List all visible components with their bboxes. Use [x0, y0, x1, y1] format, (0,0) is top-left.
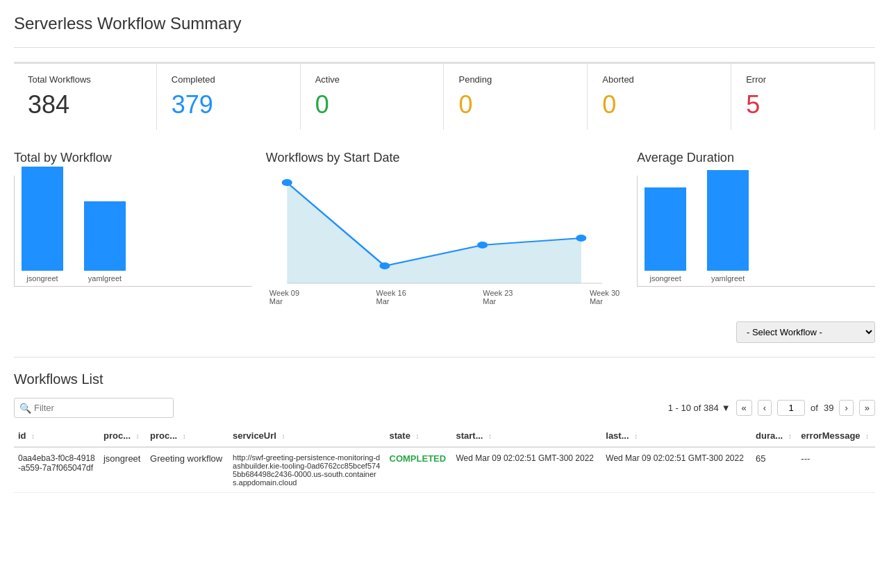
card-label-active: Active — [315, 74, 430, 85]
card-label-error: Error — [746, 74, 861, 85]
bar-label-jsongreet: jsongreet — [26, 274, 58, 283]
workflows-list-section: Workflows List 🔍 1 - 10 of 384 ▼ « ‹ of … — [14, 371, 875, 493]
sort-icon-serviceUrl: ↕ — [282, 432, 285, 440]
card-value-pending: 0 — [458, 90, 573, 119]
col-header-dura[interactable]: dura... ↕ — [751, 425, 797, 447]
page-range: 1 - 10 of 384 ▼ — [668, 403, 731, 413]
total-by-workflow-chart: Total by Workflow jsongreet yamlgreet — [14, 151, 252, 287]
page-number-input[interactable] — [777, 400, 805, 416]
of-label: of — [811, 403, 818, 413]
avg-bar-label-jsongreet: jsongreet — [650, 274, 681, 283]
table-body: 0aa4eba3-f0c8-4918-a559-7a7f065047df jso… — [14, 447, 875, 493]
bar-group-jsongreet: jsongreet — [22, 167, 63, 283]
x-label-0: Week 09Mar — [269, 289, 299, 305]
card-value-active: 0 — [315, 90, 430, 119]
svg-point-2 — [379, 262, 390, 269]
page-title: Serverless Workflow Summary — [14, 14, 875, 33]
svg-marker-0 — [287, 183, 581, 283]
total-bar-chart: jsongreet yamlgreet — [14, 176, 252, 287]
summary-card-active: Active 0 — [301, 64, 444, 130]
cell-duration: 65 — [751, 447, 797, 493]
table-row: 0aa4eba3-f0c8-4918-a559-7a7f065047df jso… — [14, 447, 875, 493]
svg-point-1 — [282, 179, 292, 186]
col-header-last[interactable]: last... ↕ — [601, 425, 751, 447]
card-label-total: Total Workflows — [28, 74, 142, 85]
first-page-button[interactable]: « — [736, 400, 752, 416]
table-header: id ↕proc... ↕proc... ↕serviceUrl ↕state … — [14, 425, 875, 447]
average-duration-title: Average Duration — [637, 151, 875, 165]
summary-card-total: Total Workflows 384 — [14, 64, 157, 130]
total-pages: 39 — [824, 403, 833, 413]
summary-card-aborted: Aborted 0 — [588, 64, 731, 130]
sort-icon-proc2: ↕ — [183, 432, 186, 440]
bar-yamlgreet — [84, 201, 126, 271]
bar-label-yamlgreet: yamlgreet — [88, 274, 122, 283]
avg-bar-jsongreet — [645, 187, 686, 271]
bar-group-yamlgreet: yamlgreet — [84, 201, 126, 283]
x-axis-labels: Week 09Mar Week 16Mar Week 23Mar Week 30… — [266, 289, 623, 305]
card-label-pending: Pending — [458, 74, 573, 85]
cell-proc2: Greeting workflow — [146, 447, 229, 493]
summary-card-pending: Pending 0 — [444, 64, 588, 130]
col-header-serviceUrl[interactable]: serviceUrl ↕ — [229, 425, 385, 447]
sort-icon-proc1: ↕ — [136, 432, 140, 440]
bar-jsongreet — [22, 167, 63, 271]
workflows-by-start-date-chart: Workflows by Start Date Week 09Mar Week … — [266, 151, 623, 301]
col-header-state[interactable]: state ↕ — [385, 425, 452, 447]
total-by-workflow-title: Total by Workflow — [14, 151, 252, 165]
col-header-id[interactable]: id ↕ — [14, 425, 99, 447]
dropdown-arrow-icon[interactable]: ▼ — [722, 403, 731, 413]
filter-wrapper: 🔍 — [14, 398, 174, 418]
col-header-start[interactable]: start... ↕ — [451, 425, 601, 447]
col-header-errorMessage[interactable]: errorMessage ↕ — [797, 425, 875, 447]
cell-proc1: jsongreet — [99, 447, 146, 493]
card-value-completed: 379 — [172, 90, 286, 119]
sort-icon-start: ↕ — [488, 432, 492, 440]
last-page-button[interactable]: » — [859, 400, 875, 416]
summary-card-error: Error 5 — [731, 64, 875, 130]
sort-icon-id: ↕ — [31, 432, 35, 440]
charts-row: Total by Workflow jsongreet yamlgreet Wo… — [14, 151, 875, 301]
cell-start: Wed Mar 09 02:02:51 GMT-300 2022 — [451, 447, 601, 493]
cell-serviceurl: http://swf-greeting-persistence-monitori… — [229, 447, 385, 493]
filter-input[interactable] — [14, 398, 174, 418]
cell-state: COMPLETED — [385, 447, 452, 493]
search-icon: 🔍 — [19, 403, 31, 414]
sort-icon-last: ↕ — [634, 432, 638, 440]
workflow-table: id ↕proc... ↕proc... ↕serviceUrl ↕state … — [14, 425, 875, 493]
card-label-completed: Completed — [172, 74, 286, 85]
sort-icon-errorMessage: ↕ — [865, 432, 869, 440]
avg-bar-yamlgreet — [707, 170, 749, 271]
cell-last: Wed Mar 09 02:02:51 GMT-300 2022 — [601, 447, 751, 493]
workflow-select[interactable]: - Select Workflow -jsongreetyamlgreet — [736, 321, 875, 343]
cell-id: 0aa4eba3-f0c8-4918-a559-7a7f065047df — [14, 447, 99, 493]
x-label-1: Week 16Mar — [376, 289, 406, 305]
card-value-total: 384 — [28, 90, 142, 119]
x-label-3: Week 30Mar — [590, 289, 620, 305]
sort-icon-dura: ↕ — [788, 432, 792, 440]
summary-cards: Total Workflows 384 Completed 379 Active… — [14, 62, 875, 130]
avg-bar-group-yamlgreet: yamlgreet — [707, 170, 749, 283]
average-duration-chart: Average Duration jsongreet yamlgreet — [637, 151, 875, 287]
avg-bar-label-yamlgreet: yamlgreet — [711, 274, 745, 283]
card-label-aborted: Aborted — [602, 74, 717, 85]
line-chart-container: Week 09Mar Week 16Mar Week 23Mar Week 30… — [266, 176, 623, 301]
workflow-select-row: - Select Workflow -jsongreetyamlgreet — [14, 321, 875, 343]
col-header-proc2[interactable]: proc... ↕ — [146, 425, 229, 447]
avg-bar-chart: jsongreet yamlgreet — [637, 176, 875, 287]
list-toolbar: 🔍 1 - 10 of 384 ▼ « ‹ of 39 › » — [14, 398, 875, 418]
card-value-aborted: 0 — [602, 90, 717, 119]
svg-point-3 — [477, 242, 488, 249]
card-value-error: 5 — [746, 90, 861, 119]
prev-page-button[interactable]: ‹ — [758, 400, 772, 416]
workflows-by-start-date-title: Workflows by Start Date — [266, 151, 623, 165]
workflows-list-title: Workflows List — [14, 371, 875, 387]
svg-point-4 — [576, 235, 586, 242]
pagination-controls: 1 - 10 of 384 ▼ « ‹ of 39 › » — [668, 400, 875, 416]
col-header-proc1[interactable]: proc... ↕ — [99, 425, 146, 447]
x-label-2: Week 23Mar — [483, 289, 513, 305]
sort-icon-state: ↕ — [415, 432, 419, 440]
avg-bar-group-jsongreet: jsongreet — [645, 187, 686, 283]
next-page-button[interactable]: › — [839, 400, 853, 416]
summary-card-completed: Completed 379 — [157, 64, 301, 130]
